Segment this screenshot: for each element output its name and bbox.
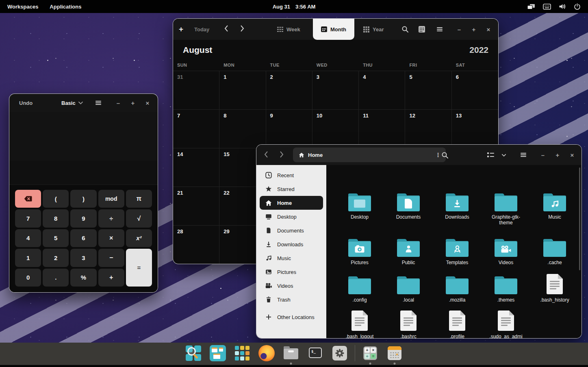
equals-button[interactable]: = [126,249,152,287]
tile-button[interactable]: + [470,19,478,40]
file-item[interactable]: Pictures [335,236,384,265]
file-item[interactable]: .config [335,273,384,303]
calendar-day-cell[interactable]: 3 [312,71,359,109]
menu-button[interactable] [436,19,444,40]
digit-3-button[interactable]: 3 [70,249,96,267]
backspace-button[interactable] [15,190,41,208]
keyboard-icon[interactable] [543,4,551,10]
file-item[interactable]: .bash_logout [335,310,384,339]
calendar-day-cell[interactable]: 6 [452,71,498,109]
files-content[interactable]: Desktop Documents Downloads Graphite-gtk… [326,165,581,338]
dock-workspaces[interactable] [210,345,226,361]
multiply-button[interactable]: × [98,229,124,247]
dock-settings[interactable] [332,345,348,361]
clock[interactable]: Aug 31 3:56 AM [273,4,316,10]
mod-button[interactable]: mod [98,190,124,208]
calendar-day-cell[interactable]: 4 [359,71,405,109]
file-item[interactable]: .profile [433,310,482,339]
back-icon[interactable] [264,151,268,158]
minimize-button[interactable]: – [114,94,122,112]
window-switcher-icon[interactable] [527,4,535,10]
file-item[interactable]: .sudo_as_admin_successful [482,310,530,339]
tab-year[interactable]: Year [363,19,384,40]
calendar-day-cell[interactable]: 13 [452,109,498,148]
tab-week[interactable]: Week [277,19,300,40]
dock-calendar[interactable] [386,345,403,361]
close-button[interactable]: × [484,19,493,40]
file-item[interactable]: .bashrc [384,310,433,339]
dock-app-grid[interactable] [234,345,250,361]
minimize-button[interactable]: – [455,19,463,40]
file-item[interactable]: .bash_history [530,273,579,303]
sidebar-item-starred[interactable]: Starred [260,182,323,196]
sidebar-item-other-locations[interactable]: Other Locations [260,310,323,324]
file-item[interactable]: Graphite-gtk-theme [482,190,530,226]
calendar-day-cell[interactable]: 14 [173,148,219,187]
close-paren-button[interactable]: ) [70,190,96,208]
files-titlebar[interactable]: Home ⋮ – + × [256,145,581,165]
file-item[interactable]: Downloads [433,190,482,226]
calendar-day-cell[interactable]: 28 [173,225,219,264]
previous-month-icon[interactable] [224,25,228,32]
kebab-menu-icon[interactable]: ⋮ [435,152,441,158]
view-toggle-icon[interactable] [487,152,494,158]
file-item[interactable]: Templates [433,236,482,265]
digit-9-button[interactable]: 9 [70,209,96,227]
divide-button[interactable]: ÷ [98,209,124,227]
open-paren-button[interactable]: ( [43,190,69,208]
undo-button[interactable]: Undo [19,94,33,112]
digit-1-button[interactable]: 1 [15,249,41,267]
mode-dropdown[interactable]: Basic [61,94,83,112]
next-month-icon[interactable] [241,25,244,32]
sidebar-item-pictures[interactable]: Pictures [260,265,323,279]
digit-7-button[interactable]: 7 [15,209,41,227]
square-button[interactable]: x² [126,229,152,247]
sqrt-button[interactable]: √ [126,209,152,227]
tile-button[interactable]: + [129,94,137,112]
calendar-day-cell[interactable]: 11 [359,109,405,148]
menu-button[interactable] [94,98,102,107]
new-event-button[interactable]: + [179,19,183,40]
percent-button[interactable]: % [70,269,96,287]
file-item[interactable]: Music [530,190,579,226]
subtract-button[interactable]: − [98,249,124,267]
file-item[interactable]: .cache [530,236,579,265]
digit-8-button[interactable]: 8 [43,209,69,227]
pi-button[interactable]: π [126,190,152,208]
sidebar-item-recent[interactable]: Recent [260,168,323,182]
file-item[interactable]: .local [384,273,433,303]
calendar-day-cell[interactable]: 31 [173,71,219,109]
calculator-titlebar[interactable]: Undo Basic – + × [9,94,158,112]
close-button[interactable]: × [568,145,576,165]
calendar-day-cell[interactable]: 1 [219,71,266,109]
digit-5-button[interactable]: 5 [43,229,69,247]
sidebar-item-music[interactable]: Music [260,251,323,265]
applications-menu[interactable]: Applications [50,4,81,10]
file-item[interactable]: .mozilla [433,273,482,303]
search-icon[interactable] [441,152,449,159]
sidebar-item-documents[interactable]: Documents [260,224,323,237]
calendar-day-cell[interactable]: 7 [173,109,219,148]
calendar-day-cell[interactable]: 21 [173,187,219,225]
dock-calculator[interactable]: +×÷= [362,345,378,361]
forward-icon[interactable] [280,151,284,158]
menu-button[interactable] [519,145,527,165]
dock-firefox[interactable] [258,345,275,361]
digit-2-button[interactable]: 2 [43,249,69,267]
path-bar[interactable]: Home ⋮ [293,148,446,162]
calendar-day-cell[interactable]: 10 [312,109,359,148]
sidebar-item-trash[interactable]: Trash [260,293,323,306]
calendar-day-cell[interactable]: 9 [266,109,312,148]
calculator-entry-row[interactable] [9,161,158,185]
file-item[interactable]: Public [384,236,433,265]
calendar-day-cell[interactable]: 2 [266,71,312,109]
tile-button[interactable]: + [553,145,562,165]
dock-terminal[interactable]: $_ [307,345,323,361]
calendar-titlebar[interactable]: + Today Week Month Year – + × [173,19,498,40]
dock-files[interactable] [283,345,299,361]
sidebar-item-desktop[interactable]: Desktop [260,210,323,224]
decimal-point-button[interactable]: . [43,269,69,287]
sidebar-item-home[interactable]: Home [260,196,323,210]
file-item[interactable]: Videos [482,236,530,265]
workspaces-menu[interactable]: Workspaces [7,4,38,10]
